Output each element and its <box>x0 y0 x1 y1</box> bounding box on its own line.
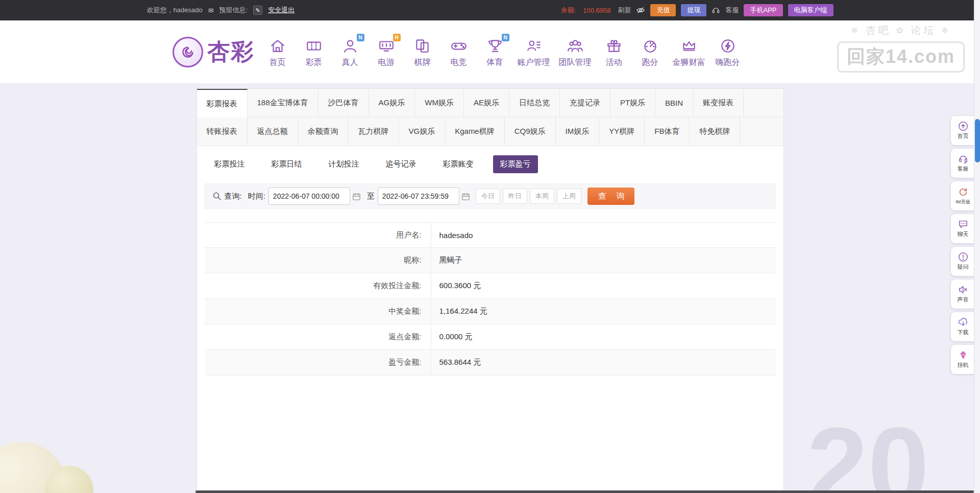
topbar: 欢迎您，hadesado ✉ 预留信息: ✎ 安全退出 余额: 100.6958… <box>0 0 980 20</box>
sidebar-item-idle[interactable]: 挂机 <box>951 345 975 374</box>
subtab-lottery-profit[interactable]: 彩票盈亏 <box>493 155 538 173</box>
nav-item-chess[interactable]: 棋牌 <box>409 36 436 68</box>
nav-item-paofen[interactable]: 跑分 <box>636 36 664 68</box>
query-button[interactable]: 查 询 <box>587 187 634 205</box>
tab-fb-sports[interactable]: FB体育 <box>645 118 690 146</box>
nav-item-sports[interactable]: N 体育 <box>481 36 509 68</box>
decor-number: 20 <box>807 411 929 493</box>
nav-item-hipaofen[interactable]: 嗨跑分 <box>714 36 742 68</box>
tab-balance-query[interactable]: 余额查询 <box>298 118 349 146</box>
recharge-button[interactable]: 充值 <box>650 4 676 16</box>
nav-item-account[interactable]: 账户管理 <box>518 36 550 68</box>
tab-bbin[interactable]: BBIN <box>655 89 693 117</box>
sports-icon: N <box>486 36 504 56</box>
tab-vg[interactable]: VG娱乐 <box>399 118 446 146</box>
tab-cq9[interactable]: CQ9娱乐 <box>505 118 556 146</box>
nav-item-lottery[interactable]: 彩票 <box>300 36 328 68</box>
promo-icon <box>605 36 623 56</box>
im-recharge-icon <box>958 187 968 197</box>
sidebar-item-question[interactable]: 疑问 <box>951 247 975 276</box>
nav-item-esports[interactable]: 电竞 <box>445 36 473 68</box>
board-games-icon <box>414 36 431 56</box>
tab-pt[interactable]: PT娱乐 <box>610 89 655 117</box>
nav-item-team[interactable]: 团队管理 <box>559 36 592 68</box>
headset-icon[interactable] <box>712 6 720 15</box>
last-week-button[interactable]: 上周 <box>557 189 581 204</box>
nav-item-live[interactable]: N 真人 <box>336 36 364 68</box>
end-time-input[interactable] <box>378 187 459 205</box>
row-value: 1,164.2244 元 <box>431 299 776 324</box>
lottery-icon <box>305 36 323 56</box>
start-time-input[interactable] <box>268 187 350 205</box>
sidebar-item-chat[interactable]: 聊天 <box>951 214 975 243</box>
pc-client-button[interactable]: 电脑客户端 <box>788 4 834 16</box>
logout-link[interactable]: 安全退出 <box>268 6 295 15</box>
tab-wm[interactable]: WM娱乐 <box>415 89 464 117</box>
watermark-domain: 回家14.com <box>837 41 965 73</box>
tab-daily-summary[interactable]: 日结总览 <box>509 89 560 117</box>
time-label: 时间: <box>248 192 265 201</box>
tab-ae[interactable]: AE娱乐 <box>464 89 509 117</box>
calendar-icon[interactable] <box>352 192 361 201</box>
yesterday-button[interactable]: 昨日 <box>503 189 527 204</box>
row-label: 盈亏金额: <box>205 350 431 375</box>
envelope-icon[interactable]: ✉ <box>208 7 214 14</box>
tab-yy-chess[interactable]: YY棋牌 <box>599 118 645 146</box>
nav-item-activity[interactable]: 活动 <box>600 36 628 68</box>
nav-item-egames[interactable]: H 电游 <box>373 36 400 68</box>
sidebar-item-service[interactable]: 客服 <box>951 149 975 178</box>
subtab-plan-bets[interactable]: 计划投注 <box>322 155 366 173</box>
subtab-lottery-changes[interactable]: 彩票账变 <box>436 155 481 173</box>
calendar-icon[interactable] <box>461 192 470 201</box>
refresh-link[interactable]: 刷新 <box>618 6 631 15</box>
tab-temian-chess[interactable]: 特免棋牌 <box>690 118 740 146</box>
subtab-chase-records[interactable]: 追号记录 <box>379 155 424 173</box>
withdraw-button[interactable]: 提现 <box>681 4 706 16</box>
lion-icon <box>680 36 698 56</box>
flourish-icon: ✻ <box>941 26 950 35</box>
team-icon <box>567 36 584 56</box>
tab-account-change[interactable]: 账变报表 <box>693 89 744 117</box>
live-person-icon: N <box>341 36 359 56</box>
nav-item-home[interactable]: 首页 <box>264 36 291 68</box>
logo-swirl-icon <box>173 37 203 67</box>
vertical-scrollbar-thumb[interactable] <box>975 119 980 162</box>
row-label: 返点金额: <box>205 324 431 349</box>
tab-188-sports[interactable]: 188金宝博体育 <box>248 89 318 117</box>
tab-saba-sports[interactable]: 沙巴体育 <box>318 89 369 117</box>
row-label: 用户名: <box>205 223 431 247</box>
badge-n: N <box>502 34 509 41</box>
sidebar-item-home[interactable]: 首页 <box>951 116 975 145</box>
site-logo[interactable]: 杏彩 <box>173 37 255 67</box>
mobile-app-button[interactable]: 手机APP <box>744 4 782 16</box>
flourish-icon: ✻ <box>851 26 860 35</box>
tab-deposit-withdraw[interactable]: 充提记录 <box>560 89 610 117</box>
this-week-button[interactable]: 本周 <box>530 189 554 204</box>
slots-icon: H <box>378 36 395 56</box>
profit-summary-table: 用户名: hadesado 昵称: 黑蝎子 有效投注金额: 600.3600 元… <box>205 222 776 375</box>
table-row: 昵称: 黑蝎子 <box>205 248 776 273</box>
service-link[interactable]: 客服 <box>725 6 739 15</box>
edit-icon[interactable]: ✎ <box>253 6 262 15</box>
nav-item-lion[interactable]: 金狮财富 <box>673 36 705 68</box>
tab-kgame[interactable]: Kgame棋牌 <box>445 118 505 146</box>
main-area: 20 彩票报表 188金宝博体育 沙巴体育 AG娱乐 WM娱乐 AE娱乐 日结总… <box>0 88 980 493</box>
subtab-lottery-bets[interactable]: 彩票投注 <box>207 155 252 173</box>
search-bar: 查询: 时间: 至 今日 昨日 本周 上周 查 询 <box>205 183 776 209</box>
vertical-scrollbar[interactable] <box>974 0 980 493</box>
tab-lottery-report[interactable]: 彩票报表 <box>197 89 248 118</box>
search-icon <box>212 192 222 201</box>
sidebar-item-download[interactable]: 下载 <box>951 312 975 341</box>
sidebar-item-sound[interactable]: 声音 <box>951 279 975 309</box>
horizontal-scrollbar[interactable] <box>195 490 974 493</box>
tab-transfer-report[interactable]: 转账报表 <box>197 118 248 146</box>
today-button[interactable]: 今日 <box>476 189 500 204</box>
tab-ag[interactable]: AG娱乐 <box>369 89 415 117</box>
subtab-lottery-daily[interactable]: 彩票日结 <box>264 155 309 173</box>
tab-im[interactable]: IM娱乐 <box>556 118 600 146</box>
report-tabs-row2: 转账报表 返点总额 余额查询 瓦力棋牌 VG娱乐 Kgame棋牌 CQ9娱乐 I… <box>197 118 783 146</box>
eye-off-icon[interactable] <box>636 6 645 15</box>
tab-rebate-total[interactable]: 返点总额 <box>248 118 298 146</box>
tab-wali-chess[interactable]: 瓦力棋牌 <box>349 118 399 146</box>
sidebar-item-im-recharge[interactable]: IM充值 <box>951 181 975 210</box>
